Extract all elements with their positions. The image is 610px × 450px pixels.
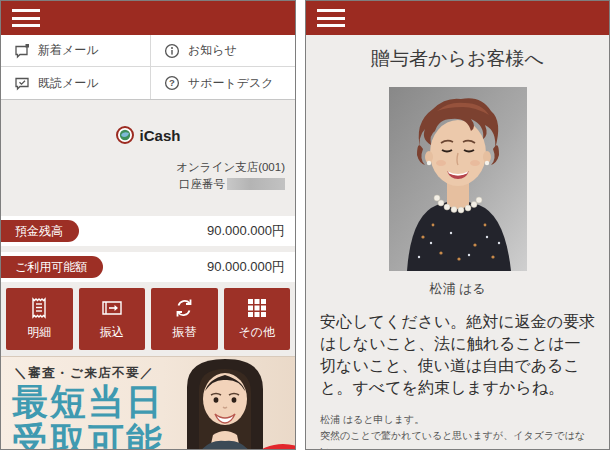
transfer-button[interactable]: 振込: [79, 288, 146, 350]
menu-button[interactable]: [12, 9, 40, 27]
page-title: 贈与者からお客様へ: [306, 46, 609, 72]
menu-label: サポートデスク: [188, 75, 274, 92]
support-icon: ?: [164, 75, 180, 91]
menu-item-new-mail[interactable]: 新着メール: [1, 35, 151, 67]
photo-caption: 松浦 はる: [306, 280, 609, 298]
message-panel: 贈与者からお客様へ: [305, 0, 610, 450]
ad-headline-1: 最短当日: [12, 384, 164, 420]
menu-item-support-desk[interactable]: ? サポートデスク: [151, 67, 295, 99]
branch-label: オンライン支店(001): [1, 159, 285, 176]
menu-item-notices[interactable]: お知らせ: [151, 35, 295, 67]
action-label: 振込: [100, 324, 124, 341]
deposit-balance-row: 預金残高 90.000.000円: [1, 216, 295, 246]
ad-headline-2: 受取可能: [12, 423, 164, 450]
banking-app-panel: 新着メール お知らせ 既読メール ?: [0, 0, 296, 450]
right-app-header: [306, 1, 609, 35]
balance-value: 90.000.000円: [207, 258, 295, 276]
balance-value: 90.000.000円: [207, 222, 295, 240]
transfer-icon: [100, 297, 124, 319]
menu-label: 既読メール: [38, 75, 99, 92]
donor-sub-message-1: 松浦 はると申します。: [320, 412, 595, 428]
statement-icon: [28, 297, 50, 319]
brand-name: iCash: [140, 127, 181, 144]
more-grid-icon: [246, 297, 268, 319]
menu-item-read-mail[interactable]: 既読メール: [1, 67, 151, 99]
brand-logo: iCash: [1, 100, 295, 144]
screenshot-canvas: 新着メール お知らせ 既読メール ?: [0, 0, 610, 450]
menu-button[interactable]: [317, 9, 345, 27]
menu-label: お知らせ: [188, 42, 237, 59]
balance-label-badge: ご利用可能額: [1, 256, 103, 278]
new-mail-icon: [14, 43, 30, 59]
read-mail-icon: [14, 75, 30, 91]
action-buttons: 明細 振込 振替: [1, 282, 295, 356]
account-number-line: 口座番号: [1, 176, 285, 193]
ad-tagline: ＼審査・ご来店不要／: [14, 365, 154, 382]
more-button[interactable]: その他: [224, 288, 291, 350]
ad-model-photo: [159, 357, 295, 450]
quick-menu: 新着メール お知らせ 既読メール ?: [1, 35, 295, 100]
menu-label: 新着メール: [38, 42, 99, 59]
donor-sub-message-2: 突然のことで驚かれていると思いますが、イタズラではない: [320, 428, 595, 450]
donor-message: 安心してください。絶対に返金の要求はしないこと、法に触れることは一切ないこと、使…: [320, 311, 595, 399]
donor-photo: [389, 87, 527, 271]
available-amount-row: ご利用可能額 90.000.000円: [1, 252, 295, 282]
info-icon: [164, 43, 180, 59]
ad-banner[interactable]: ＼審査・ご来店不要／ 最短当日 受取可能: [1, 356, 295, 450]
icash-logo-icon: [116, 126, 134, 144]
left-app-header: [1, 1, 295, 35]
action-label: その他: [238, 324, 275, 341]
account-number-label: 口座番号: [179, 176, 225, 193]
svg-text:?: ?: [169, 77, 175, 88]
swap-icon: [173, 297, 195, 319]
action-label: 明細: [27, 324, 51, 341]
swap-button[interactable]: 振替: [151, 288, 218, 350]
redacted-account-number: [227, 178, 285, 190]
account-lines: オンライン支店(001) 口座番号: [1, 159, 295, 192]
action-label: 振替: [172, 324, 196, 341]
statement-button[interactable]: 明細: [6, 288, 73, 350]
account-summary: iCash オンライン支店(001) 口座番号: [1, 100, 295, 216]
balance-label-badge: 預金残高: [1, 220, 79, 242]
